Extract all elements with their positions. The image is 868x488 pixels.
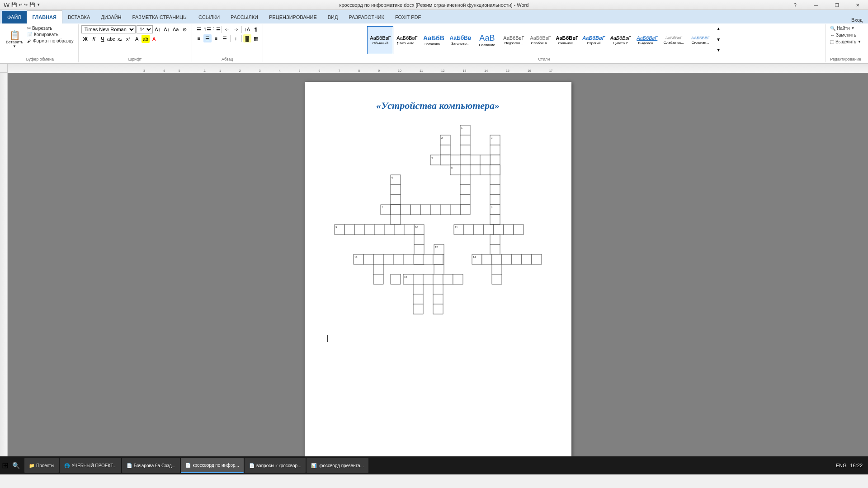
paste-icon: 📋: [9, 31, 20, 40]
format-painter-button[interactable]: 🖌 Формат по образцу: [25, 38, 75, 44]
save-qs[interactable]: 💾: [11, 2, 17, 7]
taskbar-ie[interactable]: 🌐 УЧЕБНЫЙ ПРОЕКТ...: [60, 458, 121, 473]
style-h2[interactable]: АаБбВв Заголово...: [447, 26, 473, 54]
font-size-select[interactable]: 14: [137, 25, 153, 33]
italic-btn[interactable]: К: [90, 35, 98, 43]
tab-dev[interactable]: РАЗРАБОТЧИК: [343, 11, 389, 23]
styles-down-btn[interactable]: ▼: [716, 37, 721, 42]
font-shrink-btn[interactable]: A↓: [163, 25, 171, 33]
save2-qs[interactable]: 💾: [29, 2, 35, 7]
strikethrough-btn[interactable]: abc: [107, 35, 115, 43]
svg-rect-107: [423, 274, 433, 284]
style-no-spacing-preview: АаБбВвГ: [396, 35, 417, 41]
style-h1[interactable]: АаБбВ Заголово...: [420, 26, 447, 54]
paste-dropdown[interactable]: ▼: [13, 44, 16, 48]
line-spacing-btn[interactable]: ↕: [232, 34, 240, 42]
find-dropdown[interactable]: ▼: [851, 26, 854, 30]
sep2: [241, 26, 242, 33]
tab-refs[interactable]: ССЫЛКИ: [193, 11, 225, 23]
decrease-indent-btn[interactable]: ⇐: [223, 25, 231, 33]
select-button[interactable]: ⬚ Выделить ▼: [828, 39, 863, 45]
taskbar-explorer[interactable]: 📁 Проекты: [24, 458, 59, 473]
find-button[interactable]: 🔍 Найти ▼: [828, 25, 856, 31]
help-btn[interactable]: ?: [785, 0, 806, 10]
minimize-btn[interactable]: —: [806, 0, 826, 10]
replace-button[interactable]: ↔ Заменить: [828, 32, 858, 38]
tab-file[interactable]: ФАЙЛ: [2, 11, 27, 23]
show-para-btn[interactable]: ¶: [252, 25, 260, 33]
undo-qs[interactable]: ↩: [19, 2, 22, 7]
style-intense[interactable]: АаБбВвГ Строгий: [580, 26, 607, 54]
font-content: Times New Roman 14 A↑ A↓ Aa ⊘ Ж К Ч abc …: [81, 25, 189, 56]
styles-scroll: ▲ ▼ ▼: [715, 25, 722, 53]
text-effects-btn[interactable]: A: [133, 35, 141, 43]
close-btn[interactable]: ✕: [847, 0, 868, 10]
paste-button[interactable]: 📋 Вставить ▼: [5, 25, 24, 53]
bold-btn[interactable]: Ж: [81, 35, 90, 43]
taskbar-word3[interactable]: 📄 вопросы к кроссвор...: [245, 458, 306, 473]
style-title[interactable]: АаВ Название: [474, 26, 500, 54]
svg-rect-50: [401, 205, 410, 215]
style-no-spacing[interactable]: АаБбВвГ ¶ Без инте...: [394, 26, 420, 54]
justify-btn[interactable]: ☰: [221, 34, 229, 42]
style-intense-ref[interactable]: АаБбВвГ Сильная...: [687, 26, 713, 54]
svg-rect-112: [413, 294, 423, 304]
font-color-btn[interactable]: A: [150, 35, 158, 43]
clear-format-btn[interactable]: ⊘: [181, 25, 189, 33]
select-dropdown[interactable]: ▼: [858, 40, 861, 44]
highlight-btn[interactable]: ab: [142, 35, 150, 43]
ruler-mark-14: 14: [484, 69, 488, 72]
tab-foxit[interactable]: FOXIT PDF: [390, 11, 426, 23]
superscript-btn[interactable]: x²: [124, 35, 132, 43]
borders-btn[interactable]: ▦: [252, 34, 260, 42]
bullets-btn[interactable]: ☰: [195, 25, 203, 33]
subscript-btn[interactable]: x₂: [116, 35, 124, 43]
font-name-select[interactable]: Times New Roman: [81, 25, 136, 33]
search-btn[interactable]: 🔍: [12, 462, 20, 469]
start-btn[interactable]: ⊞: [2, 460, 9, 470]
svg-rect-38: [460, 205, 470, 215]
sort-btn[interactable]: ↕A: [243, 25, 251, 33]
cut-button[interactable]: ✂ Вырезать: [25, 25, 75, 31]
style-subtle-emph[interactable]: АаБбВвГ Слабое в...: [527, 26, 553, 54]
sign-in-btn[interactable]: Вход: [851, 17, 863, 23]
numbering-btn[interactable]: 1☰: [203, 25, 212, 33]
restore-btn[interactable]: ❐: [826, 0, 847, 10]
tab-review[interactable]: РЕЦЕНЗИРОВАНИЕ: [264, 11, 322, 23]
redo-qs[interactable]: ↪: [24, 2, 28, 7]
tab-view[interactable]: ВИД: [322, 11, 344, 23]
style-normal[interactable]: АаБбВвГ Обычный: [367, 26, 393, 54]
style-quote[interactable]: АаБбВвГ Цитата 2: [607, 26, 633, 54]
taskbar-ppt[interactable]: 📊 кроссворд презента...: [307, 458, 368, 473]
word3-icon: 📄: [249, 463, 255, 468]
align-left-btn[interactable]: ≡: [195, 34, 203, 42]
styles-more-btn[interactable]: ▼: [716, 47, 721, 52]
change-case-btn[interactable]: Aa: [172, 25, 180, 33]
align-right-btn[interactable]: ≡: [212, 34, 220, 42]
style-subtitle[interactable]: АаБбВвГ Подзагол...: [500, 26, 527, 54]
document-area[interactable]: «Устройства компьютера» .cw { fill: whit…: [8, 73, 868, 457]
style-emph[interactable]: АаБбВвГ Сильное...: [554, 26, 580, 54]
customize-qs[interactable]: ▼: [37, 3, 40, 7]
taskbar-lang[interactable]: ENG: [836, 463, 847, 468]
styles-up-btn[interactable]: ▲: [716, 26, 721, 31]
tab-bar: ФАЙЛ ГЛАВНАЯ ВСТАВКА ДИЗАЙН РАЗМЕТКА СТР…: [0, 10, 868, 23]
tab-design[interactable]: ДИЗАЙН: [95, 11, 127, 23]
align-center-btn[interactable]: ☰: [203, 34, 212, 42]
tab-insert[interactable]: ВСТАВКА: [62, 11, 95, 23]
underline-btn[interactable]: Ч: [99, 35, 107, 43]
svg-rect-21: [460, 155, 470, 165]
shading-btn[interactable]: ▓: [243, 34, 251, 42]
tab-mailings[interactable]: РАССЫЛКИ: [225, 11, 264, 23]
taskbar-word2[interactable]: 📄 кроссворд по инфор...: [181, 458, 244, 473]
taskbar-word1[interactable]: 📄 Бочарова 6а Созд...: [122, 458, 180, 473]
increase-indent-btn[interactable]: ⇒: [232, 25, 240, 33]
text-cursor[interactable]: [327, 335, 328, 342]
tab-layout[interactable]: РАЗМЕТКА СТРАНИЦЫ: [127, 11, 193, 23]
tab-home[interactable]: ГЛАВНАЯ: [27, 10, 62, 23]
multilevel-btn[interactable]: ⋮☰: [212, 25, 220, 33]
style-subtle-ref[interactable]: АаБбВвГ Слабая сс...: [660, 26, 687, 54]
copy-button[interactable]: 📄 Копировать: [25, 32, 75, 38]
font-grow-btn[interactable]: A↑: [154, 25, 162, 33]
style-intense-quote[interactable]: АаБбВвГ Выделен...: [634, 26, 660, 54]
